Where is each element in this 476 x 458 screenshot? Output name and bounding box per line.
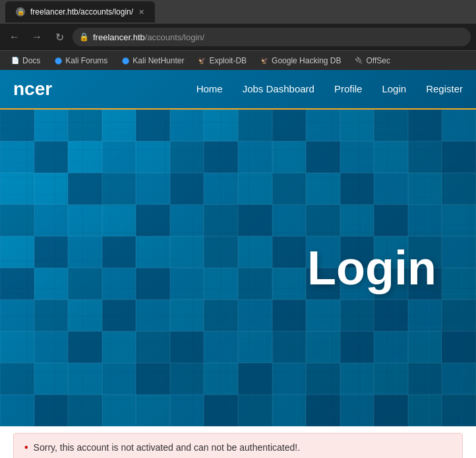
- kali-forums-icon: ⬤: [53, 56, 63, 65]
- nav-login[interactable]: Login: [382, 83, 406, 95]
- bookmarks-bar: 📄 Docs ⬤ Kali Forums ⬤ Kali NetHunter 🦅 …: [0, 50, 476, 70]
- site-nav: ncer Home Jobs Dashboard Profile Login R…: [0, 70, 476, 110]
- nav-register-link[interactable]: Register: [426, 83, 463, 94]
- hero-heading: Login: [307, 241, 436, 295]
- tab-favicon: 🔒: [16, 7, 25, 16]
- url-text: freelancer.htb/accounts/login/: [93, 32, 204, 42]
- nav-jobs-dashboard-link[interactable]: Jobs Dashboard: [243, 83, 314, 94]
- bookmark-offsec-label: OffSec: [366, 56, 390, 65]
- bookmark-kali-forums-label: Kali Forums: [65, 56, 107, 65]
- hero-section: Login: [0, 110, 476, 426]
- exploit-db-icon: 🦅: [197, 56, 206, 65]
- nav-jobs-dashboard[interactable]: Jobs Dashboard: [243, 83, 314, 95]
- bookmark-docs[interactable]: 📄 Docs: [5, 54, 45, 67]
- alert-bullet: •: [24, 442, 28, 453]
- browser-chrome: 🔒 freelancer.htb/accounts/login/ ✕ ← → ↻…: [0, 0, 476, 70]
- alert-section: • Sorry, this account is not activated a…: [0, 426, 476, 458]
- kali-nethunter-icon: ⬤: [121, 56, 130, 65]
- bookmark-kali-forums[interactable]: ⬤ Kali Forums: [48, 54, 113, 67]
- bookmark-kali-nethunter[interactable]: ⬤ Kali NetHunter: [115, 54, 189, 67]
- google-hacking-icon: 🦅: [260, 56, 269, 65]
- nav-login-link[interactable]: Login: [382, 83, 406, 94]
- website: ncer Home Jobs Dashboard Profile Login R…: [0, 70, 476, 458]
- tab-bar: 🔒 freelancer.htb/accounts/login/ ✕: [0, 0, 476, 24]
- bookmark-google-hacking[interactable]: 🦅 Google Hacking DB: [254, 54, 346, 67]
- url-hostname: freelancer.htb: [93, 32, 145, 42]
- tab-close-button[interactable]: ✕: [138, 8, 144, 16]
- bookmark-docs-label: Docs: [22, 56, 40, 65]
- bookmark-exploit-db-label: Exploit-DB: [209, 56, 247, 65]
- bookmark-offsec[interactable]: 🔌 OffSec: [349, 54, 395, 67]
- nav-profile[interactable]: Profile: [334, 83, 363, 95]
- bookmark-google-hacking-label: Google Hacking DB: [272, 56, 341, 65]
- bookmark-exploit-db[interactable]: 🦅 Exploit-DB: [192, 54, 252, 67]
- address-bar[interactable]: 🔒 freelancer.htb/accounts/login/: [73, 28, 471, 46]
- reload-button[interactable]: ↻: [50, 28, 69, 46]
- docs-icon: 📄: [11, 56, 20, 65]
- forward-button[interactable]: →: [28, 28, 46, 46]
- nav-links: Home Jobs Dashboard Profile Login Regist…: [196, 83, 463, 95]
- nav-bar: ← → ↻ 🔒 freelancer.htb/accounts/login/: [0, 24, 476, 50]
- nav-profile-link[interactable]: Profile: [334, 83, 363, 94]
- nav-home[interactable]: Home: [196, 83, 223, 95]
- security-icon: 🔒: [79, 32, 89, 42]
- bookmark-kali-nethunter-label: Kali NetHunter: [133, 56, 184, 65]
- back-button[interactable]: ←: [5, 28, 24, 46]
- tab-url-label: freelancer.htb/accounts/login/: [30, 7, 133, 16]
- url-path: /accounts/login/: [145, 32, 204, 42]
- nav-register[interactable]: Register: [426, 83, 463, 95]
- site-logo: ncer: [13, 79, 52, 100]
- offsec-icon: 🔌: [354, 56, 363, 65]
- alert-danger: • Sorry, this account is not activated a…: [13, 433, 463, 458]
- alert-message: Sorry, this account is not activated and…: [34, 442, 300, 453]
- nav-home-link[interactable]: Home: [196, 83, 223, 94]
- active-tab[interactable]: 🔒 freelancer.htb/accounts/login/ ✕: [5, 1, 155, 22]
